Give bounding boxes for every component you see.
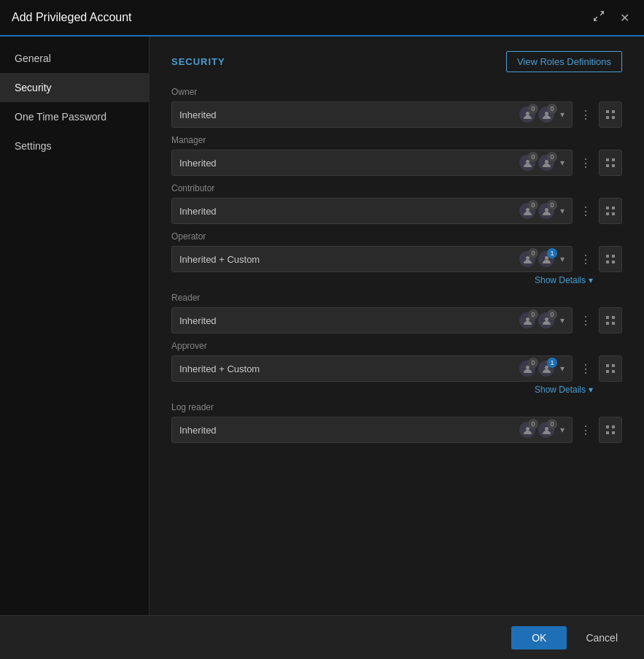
operator-show-details[interactable]: Show Details ▾ bbox=[171, 275, 622, 285]
owner-badge2: 0 bbox=[547, 104, 557, 114]
svg-rect-17 bbox=[612, 212, 615, 215]
approver-select[interactable]: Inherited + Custom 0 1 ▾ bbox=[171, 355, 573, 382]
approver-show-details[interactable]: Show Details ▾ bbox=[171, 385, 622, 395]
role-group-operator: Operator Inherited + Custom 0 1 ▾ bbox=[171, 231, 622, 285]
reader-grid-button[interactable] bbox=[599, 307, 622, 334]
owner-value: Inherited bbox=[179, 109, 217, 120]
ok-button[interactable]: OK bbox=[511, 626, 567, 650]
operator-select[interactable]: Inherited + Custom 0 1 ▾ bbox=[171, 246, 573, 272]
svg-rect-23 bbox=[612, 261, 615, 263]
manager-avatar2: 0 bbox=[538, 155, 554, 171]
owner-avatar2: 0 bbox=[538, 107, 554, 123]
svg-rect-9 bbox=[612, 158, 615, 161]
contributor-row: Inherited 0 0 ▾ ⋮ bbox=[171, 198, 622, 224]
approver-more-button[interactable]: ⋮ bbox=[577, 355, 594, 382]
manager-select[interactable]: Inherited 0 0 ▾ bbox=[171, 150, 573, 176]
approver-value: Inherited + Custom bbox=[179, 363, 260, 374]
operator-row: Inherited + Custom 0 1 ▾ ⋮ bbox=[171, 246, 622, 272]
approver-show-details-label: Show Details bbox=[535, 385, 586, 395]
role-group-approver: Approver Inherited + Custom 0 1 ▾ bbox=[171, 341, 622, 395]
section-title: SECURITY bbox=[171, 56, 225, 67]
owner-grid-button[interactable] bbox=[599, 101, 622, 128]
operator-avatar1: 0 bbox=[519, 251, 535, 267]
operator-avatar2: 1 bbox=[538, 251, 554, 267]
log-reader-more-button[interactable]: ⋮ bbox=[577, 417, 594, 443]
svg-rect-26 bbox=[606, 316, 609, 319]
sidebar-item-settings[interactable]: Settings bbox=[0, 131, 149, 161]
owner-more-button[interactable]: ⋮ bbox=[577, 101, 594, 128]
owner-select[interactable]: Inherited 0 0 ▾ bbox=[171, 101, 573, 128]
approver-icons: 0 1 ▾ bbox=[519, 361, 565, 377]
sidebar: General Security One Time Password Setti… bbox=[0, 36, 150, 615]
log-reader-label: Log reader bbox=[171, 402, 622, 412]
role-group-log-reader: Log reader Inherited 0 0 ▾ bbox=[171, 402, 622, 443]
reader-label: Reader bbox=[171, 293, 622, 303]
reader-avatar2: 0 bbox=[538, 312, 554, 328]
cancel-button[interactable]: Cancel bbox=[574, 626, 629, 650]
view-roles-button[interactable]: View Roles Definitions bbox=[506, 51, 622, 72]
reader-select[interactable]: Inherited 0 0 ▾ bbox=[171, 307, 573, 334]
approver-badge1: 0 bbox=[528, 358, 538, 368]
contributor-grid-button[interactable] bbox=[599, 198, 622, 224]
svg-rect-38 bbox=[606, 425, 609, 428]
header-icons: ✕ bbox=[589, 8, 632, 27]
manager-avatar1: 0 bbox=[519, 155, 535, 171]
contributor-icons: 0 0 ▾ bbox=[519, 203, 565, 219]
reader-icons: 0 0 ▾ bbox=[519, 312, 565, 328]
manager-icons: 0 0 ▾ bbox=[519, 155, 565, 171]
approver-grid-button[interactable] bbox=[599, 355, 622, 382]
manager-more-button[interactable]: ⋮ bbox=[577, 150, 594, 176]
dialog-body: General Security One Time Password Setti… bbox=[0, 36, 644, 615]
log-reader-chevron: ▾ bbox=[560, 425, 565, 435]
main-panel: SECURITY View Roles Definitions Owner In… bbox=[150, 36, 644, 615]
close-button[interactable]: ✕ bbox=[617, 9, 632, 26]
role-group-owner: Owner Inherited 0 0 ▾ bbox=[171, 87, 622, 128]
dialog-header: Add Privileged Account ✕ bbox=[0, 0, 644, 36]
manager-badge2: 0 bbox=[547, 152, 557, 162]
owner-icons: 0 0 ▾ bbox=[519, 107, 565, 123]
manager-grid-button[interactable] bbox=[599, 150, 622, 176]
owner-label: Owner bbox=[171, 87, 622, 97]
contributor-label: Contributor bbox=[171, 183, 622, 193]
manager-label: Manager bbox=[171, 135, 622, 145]
owner-avatar1: 0 bbox=[519, 107, 535, 123]
approver-avatar1: 0 bbox=[519, 361, 535, 377]
operator-more-button[interactable]: ⋮ bbox=[577, 246, 594, 272]
log-reader-value: Inherited bbox=[179, 425, 217, 436]
log-reader-icons: 0 0 ▾ bbox=[519, 422, 565, 438]
section-header: SECURITY View Roles Definitions bbox=[171, 51, 622, 72]
operator-grid-button[interactable] bbox=[599, 246, 622, 272]
manager-chevron: ▾ bbox=[560, 158, 565, 168]
operator-show-details-label: Show Details bbox=[535, 275, 586, 285]
svg-rect-10 bbox=[606, 164, 609, 167]
expand-button[interactable] bbox=[589, 8, 608, 27]
reader-more-button[interactable]: ⋮ bbox=[577, 307, 594, 334]
svg-rect-34 bbox=[606, 370, 609, 373]
approver-row: Inherited + Custom 0 1 ▾ ⋮ bbox=[171, 355, 622, 382]
role-group-reader: Reader Inherited 0 0 ▾ bbox=[171, 293, 622, 334]
contributor-select[interactable]: Inherited 0 0 ▾ bbox=[171, 198, 573, 224]
operator-badge1: 0 bbox=[528, 248, 538, 258]
log-reader-avatar2: 0 bbox=[538, 422, 554, 438]
contributor-avatar1: 0 bbox=[519, 203, 535, 219]
reader-chevron: ▾ bbox=[560, 315, 565, 325]
svg-rect-28 bbox=[606, 322, 609, 325]
contributor-badge2: 0 bbox=[547, 200, 557, 210]
approver-avatar2: 1 bbox=[538, 361, 554, 377]
operator-show-details-chevron: ▾ bbox=[589, 275, 593, 285]
reader-badge1: 0 bbox=[528, 309, 538, 320]
sidebar-item-otp[interactable]: One Time Password bbox=[0, 102, 149, 131]
approver-chevron: ▾ bbox=[560, 363, 565, 374]
role-group-manager: Manager Inherited 0 0 ▾ bbox=[171, 135, 622, 176]
svg-rect-40 bbox=[606, 431, 609, 434]
log-reader-select[interactable]: Inherited 0 0 ▾ bbox=[171, 417, 573, 443]
svg-rect-5 bbox=[612, 116, 615, 119]
approver-badge2: 1 bbox=[547, 358, 557, 368]
sidebar-item-security[interactable]: Security bbox=[0, 73, 149, 102]
log-reader-grid-button[interactable] bbox=[599, 417, 622, 443]
owner-chevron: ▾ bbox=[560, 109, 565, 120]
svg-rect-41 bbox=[612, 431, 615, 434]
contributor-more-button[interactable]: ⋮ bbox=[577, 198, 594, 224]
contributor-avatar2: 0 bbox=[538, 203, 554, 219]
sidebar-item-general[interactable]: General bbox=[0, 44, 149, 73]
